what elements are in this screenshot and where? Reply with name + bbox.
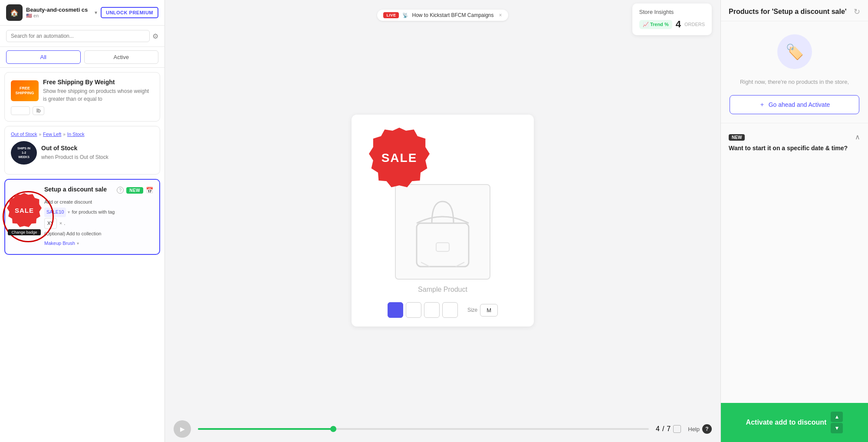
sale-badge-sidebar: SALE xyxy=(7,193,42,228)
plus-icon: ＋ xyxy=(759,101,765,109)
product-name: Sample Product xyxy=(418,286,467,294)
arrow-up-button[interactable]: ▲ xyxy=(831,412,843,422)
no-products-text: Right now, there're no products in the s… xyxy=(721,73,868,95)
automations-list: FREESHIPPING Free Shipping By Weight Sho… xyxy=(0,68,164,442)
ships-icon: SHIPS IN1-2WEEKS xyxy=(11,141,37,165)
discount-top-row: Setup a discount sale ? NEW 📅 xyxy=(44,186,153,195)
preview-area: SALE Sample Product xyxy=(165,25,720,416)
size-btn-1[interactable] xyxy=(388,302,403,318)
sidebar-header: 🏠 Beauty-and-cosmeti cs 🇺🇸 en ▾ UNLOCK P… xyxy=(0,0,164,26)
tag-input[interactable]: XY xyxy=(44,218,57,229)
orders-count: 4 xyxy=(676,19,681,30)
dropdown-icon[interactable]: ▾ xyxy=(95,10,97,16)
unit-badge: lb xyxy=(33,106,44,115)
size-m-group: Size M xyxy=(467,304,498,317)
live-wifi-icon: 📡 xyxy=(402,13,408,18)
activate-bottom-button[interactable]: Activate add to discount ▲ ▼ xyxy=(721,403,868,442)
orders-label: ORDERS xyxy=(684,22,705,27)
step-separator: / xyxy=(662,425,664,433)
breadcrumb-row: Out of Stock » Few Left » In Stock xyxy=(11,132,154,137)
weight-row: 50 lb xyxy=(11,106,154,115)
refresh-icon[interactable]: ↻ xyxy=(854,7,860,16)
live-text: How to Kickstart BFCM Campaigns xyxy=(412,12,493,18)
progress-bar-container xyxy=(198,428,649,430)
discount-add-label: Add or create discount xyxy=(44,198,153,207)
main-content: LIVE 📡 How to Kickstart BFCM Campaigns ×… xyxy=(165,0,720,442)
sale-stamp: SALE xyxy=(369,128,430,188)
activate-bottom-label: Activate add to discount xyxy=(746,419,827,426)
panel-divider xyxy=(721,123,868,123)
avatar-play-button[interactable]: ▶ xyxy=(174,420,191,438)
preview-badge-area: SALE xyxy=(360,128,525,180)
help-icon-card[interactable]: ? xyxy=(117,187,124,194)
trend-icon: 📈 xyxy=(643,22,649,27)
step-current: 4 xyxy=(656,425,660,433)
arrow-down-button[interactable]: ▼ xyxy=(831,423,843,433)
sidebar: 🏠 Beauty-and-cosmeti cs 🇺🇸 en ▾ UNLOCK P… xyxy=(0,0,165,442)
store-info: Beauty-and-cosmeti cs 🇺🇸 en xyxy=(26,7,91,19)
collection-link[interactable]: Makeup Brush xyxy=(44,239,75,248)
unlock-premium-button[interactable]: UNLOCK PREMIUM xyxy=(101,7,158,18)
automation-card-out-of-stock[interactable]: Out of Stock » Few Left » In Stock SHIPS… xyxy=(4,126,160,175)
discount-details: Add or create discount SALE10 ▾ for prod… xyxy=(44,198,153,248)
new-feature-header: NEW Want to start it on a specific date … xyxy=(729,133,860,155)
progress-thumb[interactable] xyxy=(330,426,336,432)
close-live-button[interactable]: × xyxy=(499,12,502,18)
step-counter: 4 / 7 xyxy=(656,425,681,433)
automation-card-discount[interactable]: SALE Change badge Setup a discount sale … xyxy=(4,179,160,255)
tag-icon: 🏷️ xyxy=(777,34,812,69)
progress-fill xyxy=(198,428,333,430)
size-btn-4[interactable] xyxy=(442,302,458,318)
collection-arrow[interactable]: ▾ xyxy=(77,240,79,247)
panel-icon-area: 🏷️ xyxy=(721,21,868,73)
live-banner[interactable]: LIVE 📡 How to Kickstart BFCM Campaigns × xyxy=(377,10,508,21)
new-badge: NEW xyxy=(126,187,143,194)
new-feature-content: NEW Want to start it on a specific date … xyxy=(729,133,848,155)
tab-active[interactable]: Active xyxy=(84,50,159,64)
calendar-icon[interactable]: 📅 xyxy=(146,187,153,194)
tag-row: XY × . xyxy=(44,218,153,229)
free-shipping-icon: FREESHIPPING xyxy=(11,80,39,101)
search-bar: ⚙ xyxy=(0,26,164,47)
svg-rect-0 xyxy=(417,223,469,267)
card-text: Free Shipping By Weight Show free shippi… xyxy=(43,79,154,103)
change-badge-label[interactable]: Change badge xyxy=(8,230,40,236)
card-header: FREESHIPPING Free Shipping By Weight Sho… xyxy=(11,79,154,103)
bc-out-of-stock[interactable]: Out of Stock xyxy=(11,132,37,137)
preview-card: SALE Sample Product xyxy=(352,115,534,327)
weight-input[interactable]: 50 xyxy=(11,106,30,115)
card-desc: Show free shipping on products whose wei… xyxy=(43,87,154,103)
search-input[interactable] xyxy=(6,30,150,42)
collapse-icon[interactable]: ∧ xyxy=(855,133,860,141)
card-title: Free Shipping By Weight xyxy=(43,79,154,86)
discount-code-row: SALE10 ▾ for products with tag xyxy=(44,208,153,217)
oos-card-header: SHIPS IN1-2WEEKS Out of Stock when Produ… xyxy=(11,141,154,165)
tab-all[interactable]: All xyxy=(6,50,81,64)
live-badge: LIVE xyxy=(383,12,399,18)
size-btn-2[interactable] xyxy=(406,302,421,318)
progress-track xyxy=(198,428,649,430)
right-panel-header: Products for 'Setup a discount sale' ↻ xyxy=(721,0,868,21)
help-circle-icon[interactable]: ? xyxy=(702,424,712,434)
store-logo: 🏠 xyxy=(6,4,23,21)
discount-code[interactable]: SALE10 xyxy=(44,208,66,217)
remove-tag[interactable]: × xyxy=(59,219,62,228)
trend-box: 📈 Trend % xyxy=(639,20,672,29)
collection-row: (Optional) Add to collection xyxy=(44,230,153,238)
tabs-row: All Active xyxy=(0,47,164,68)
activate-go-ahead-button[interactable]: ＋ Go ahead and Activate xyxy=(730,95,859,114)
insights-row: 📈 Trend % 4 ORDERS xyxy=(639,19,705,30)
panel-title: Products for 'Setup a discount sale' xyxy=(729,8,847,16)
automation-card-free-shipping[interactable]: FREESHIPPING Free Shipping By Weight Sho… xyxy=(4,72,160,122)
new-label: NEW xyxy=(729,134,745,141)
new-feature-title: Want to start it on a specific date & ti… xyxy=(729,144,848,153)
size-selector xyxy=(388,302,458,318)
activate-go-ahead-label: Go ahead and Activate xyxy=(769,101,830,108)
bottom-bar: ▶ 4 / 7 Help ? xyxy=(165,416,720,442)
bc-few-left[interactable]: Few Left xyxy=(43,132,61,137)
oos-desc: when Product is Out of Stock xyxy=(41,153,108,161)
discount-arrow: ▾ xyxy=(68,208,70,216)
filter-icon[interactable]: ⚙ xyxy=(152,32,158,40)
bc-in-stock[interactable]: In Stock xyxy=(67,132,85,137)
size-btn-3[interactable] xyxy=(424,302,440,318)
